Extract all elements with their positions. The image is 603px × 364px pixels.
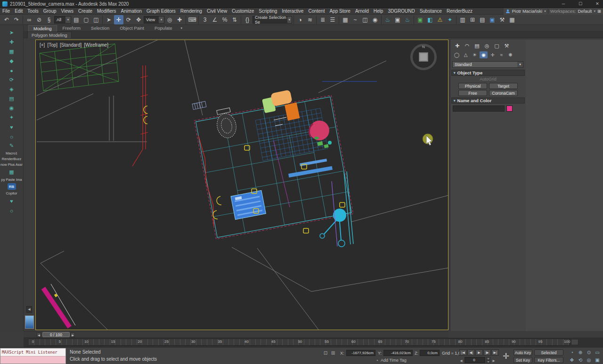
workspaces-grid-icon[interactable]: ⊞ <box>597 8 601 14</box>
percent-snap-icon[interactable]: % <box>220 15 229 24</box>
close-button[interactable]: ✕ <box>593 0 602 8</box>
subtab-polygon-modeling[interactable]: Polygon Modeling <box>27 32 72 38</box>
user-dropdown-arrow[interactable]: ▾ <box>544 9 546 13</box>
viewcube-compass[interactable]: N <box>410 44 437 70</box>
auto-key-button[interactable]: Auto Key <box>513 349 532 356</box>
create-tab-icon[interactable]: ✚ <box>453 42 462 49</box>
physical-camera-button[interactable]: Physical <box>458 83 487 89</box>
menu-rendering[interactable]: Rendering <box>178 8 204 15</box>
menu-views[interactable]: Views <box>59 8 76 15</box>
trackbar-right-arrow[interactable]: ▶ <box>71 332 75 337</box>
go-to-start-button[interactable]: |◀ <box>459 349 467 356</box>
window-crossing-icon[interactable]: ◫ <box>91 15 101 24</box>
dropdown-arrow-icon[interactable]: ▾ <box>65 16 71 23</box>
select-and-link-icon[interactable]: ∞ <box>24 15 34 24</box>
edit-named-selection-sets-icon[interactable]: {} <box>243 15 252 24</box>
set-key-button[interactable]: Set Key <box>513 357 532 363</box>
array-tool-icon[interactable]: ▥ <box>458 15 467 24</box>
maxscript-listener-input[interactable] <box>0 356 65 364</box>
curve-editor-icon[interactable]: ~ <box>350 15 360 24</box>
railclone-icon[interactable]: ▣ <box>488 15 497 24</box>
cyan-basin-plumbing[interactable] <box>320 209 346 247</box>
forest-pack-icon[interactable]: ▣ <box>416 15 425 24</box>
absolute-offset-mode-icon[interactable]: ⊞ <box>330 349 336 356</box>
rail-grid-icon[interactable]: ▦ <box>7 48 17 56</box>
menu-scripting[interactable]: Scripting <box>256 8 279 15</box>
yellow-electrical-boxes[interactable] <box>244 146 345 233</box>
viewport-menu-pov[interactable]: [Top] <box>47 42 57 48</box>
rendered-frame-window-icon[interactable]: ▣ <box>393 15 402 24</box>
object-color-swatch[interactable] <box>506 105 513 112</box>
camera-type-dropdown[interactable]: Standard ▾ <box>452 61 523 68</box>
green-wireframe-object[interactable] <box>40 44 119 91</box>
menu-file[interactable]: File <box>0 8 12 15</box>
frame-step-left-icon[interactable]: ◂ <box>459 357 464 364</box>
zoom-region-icon[interactable]: ▭ <box>594 349 601 356</box>
geometry-category-icon[interactable]: ◯ <box>453 51 461 58</box>
scene-explorer-icon[interactable]: ☰ <box>328 15 337 24</box>
trackbar-left-arrow[interactable]: ◀ <box>37 332 41 337</box>
viewport-menu-general[interactable]: [+] <box>40 42 45 48</box>
undo-icon[interactable]: ↶ <box>2 15 11 24</box>
viewport[interactable]: [+] [Top] [Standard] [Wireframe] N <box>35 40 448 330</box>
minimize-button[interactable]: ─ <box>559 0 568 8</box>
y-coordinate-field[interactable]: -416,023cm <box>383 350 413 356</box>
viewport-canvas[interactable] <box>36 40 448 330</box>
missing-plugins-warning-icon[interactable]: ⚠ <box>435 15 445 24</box>
modify-tab-icon[interactable]: ◠ <box>463 42 472 49</box>
menu-edit[interactable]: Edit <box>12 8 25 15</box>
object-name-field[interactable] <box>453 105 505 112</box>
keyboard-shortcut-override-icon[interactable]: ⌨ <box>187 15 197 24</box>
select-and-scale-icon[interactable]: ✥ <box>134 15 143 24</box>
target-camera-button[interactable]: Target <box>489 83 518 89</box>
bind-to-spacewarp-icon[interactable]: § <box>44 15 54 24</box>
maximize-button[interactable]: ☐ <box>576 0 585 8</box>
ribbon-tab-modeling[interactable]: Modeling <box>28 25 57 32</box>
select-and-manipulate-icon[interactable]: ✚ <box>175 15 184 24</box>
menu-animation[interactable]: Animation <box>119 8 144 15</box>
menu-customize[interactable]: Customize <box>229 8 256 15</box>
menu-3dground[interactable]: 3DGROUND <box>385 8 417 15</box>
maximize-viewport-icon[interactable]: ▣ <box>594 356 601 363</box>
rail-label-copitor[interactable]: Copitor <box>0 191 23 195</box>
viewport-menu-renderer[interactable]: [Standard] <box>60 42 81 48</box>
ribbon-tab-freeform[interactable]: Freeform <box>58 25 86 31</box>
workspaces-dropdown-arrow[interactable]: ▾ <box>594 9 596 13</box>
frame-spinner-up[interactable]: ▴ <box>486 357 490 360</box>
render-production-icon[interactable]: ♨ <box>403 15 412 24</box>
menu-content[interactable]: Content <box>306 8 327 15</box>
select-object-icon[interactable]: ➤ <box>104 15 114 24</box>
menu-civil-view[interactable]: Civil View <box>204 8 229 15</box>
named-selection-set-dropdown[interactable]: Create Selection Se ▾ <box>253 16 292 24</box>
z-coordinate-field[interactable]: 0,0cm <box>420 350 440 356</box>
shapes-category-icon[interactable]: △ <box>462 51 470 58</box>
spacewarps-category-icon[interactable]: ≈ <box>497 51 505 58</box>
lights-category-icon[interactable]: ☀ <box>471 51 479 58</box>
signed-in-user[interactable]: Piotr Maciański <box>512 8 542 14</box>
menu-app-store[interactable]: App Store <box>327 8 352 15</box>
rail-heart2-icon[interactable]: ♥ <box>7 197 17 205</box>
previous-frame-button[interactable]: ◀| <box>467 349 475 356</box>
zoom-extents-icon[interactable]: ◎ <box>585 356 593 363</box>
selection-lock-icon[interactable]: ⊡ <box>322 349 329 356</box>
blue-bench-long[interactable] <box>288 166 333 178</box>
select-and-rotate-icon[interactable]: ⟳ <box>124 15 133 24</box>
rail-move-icon[interactable]: ✚ <box>7 38 17 46</box>
rail-label-now-plus[interactable]: now Plus Assr <box>0 162 23 167</box>
spinner-snap-icon[interactable]: ⇅ <box>230 15 239 24</box>
dropdown-arrow-icon[interactable]: ▾ <box>159 16 164 23</box>
orbit-icon[interactable]: ⟲ <box>577 356 584 363</box>
magenta-wall-object[interactable] <box>41 284 75 328</box>
toilet-fixture[interactable] <box>214 107 238 140</box>
menu-renderbuzz[interactable]: RenderBuzz <box>444 8 475 15</box>
display-tab-icon[interactable]: ▢ <box>492 42 501 49</box>
redo-icon[interactable]: ↷ <box>12 15 21 24</box>
rail-label-copy-paste[interactable]: py Paste Ima <box>0 178 23 182</box>
autogrid-checkbox[interactable]: AutoGrid <box>450 77 526 81</box>
zoom-icon[interactable]: ⊕ <box>577 349 584 356</box>
plugin-cube-icon[interactable]: ◧ <box>425 15 435 24</box>
select-by-name-icon[interactable]: ▤ <box>72 15 81 24</box>
red-wall-lines[interactable] <box>132 65 148 166</box>
menu-create[interactable]: Create <box>76 8 95 15</box>
rectangular-selection-region-icon[interactable]: ▢ <box>81 15 91 24</box>
